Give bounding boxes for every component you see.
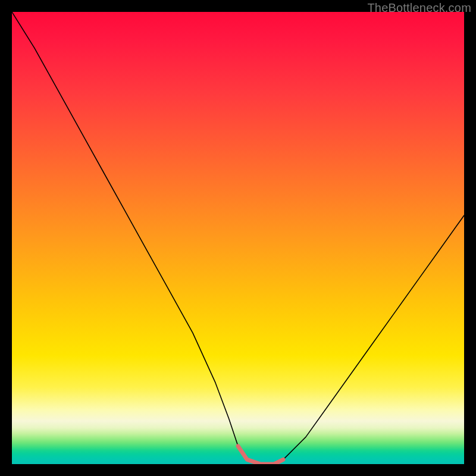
curve-layer <box>12 12 464 464</box>
chart-frame: TheBottleneck.com <box>0 0 476 476</box>
plot-area <box>12 12 464 464</box>
series-group <box>12 12 464 464</box>
flat-minimum-marker <box>238 446 283 464</box>
bottleneck-curve <box>12 12 464 464</box>
watermark-text: TheBottleneck.com <box>367 1 471 15</box>
